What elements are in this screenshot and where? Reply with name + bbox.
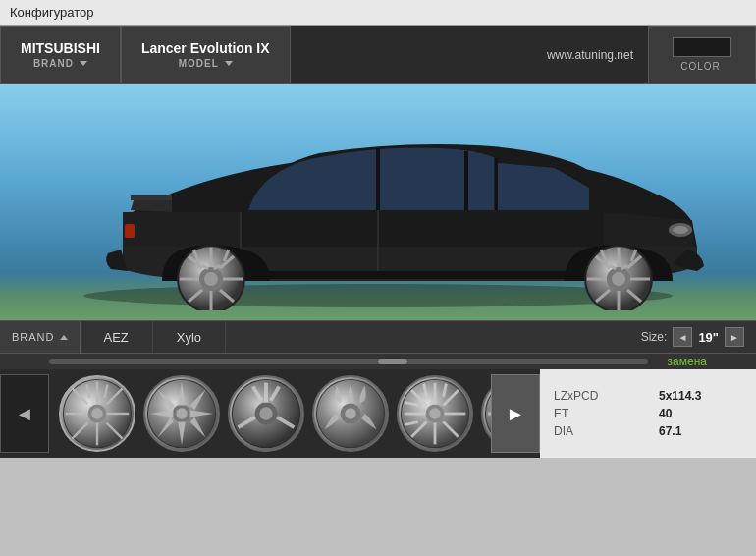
brand-button[interactable]: MITSUBISHI BRAND — [0, 26, 121, 83]
color-sublabel: COLOR — [680, 61, 724, 72]
title-bar: Конфигуратор — [0, 0, 756, 26]
top-bar: MITSUBISHI BRAND Lancer Evolution IX MOD… — [0, 26, 756, 84]
specs-panel: LZxPCD 5x114.3 ET 40 DIA 67.1 — [540, 369, 756, 458]
model-arrow-icon — [225, 61, 233, 66]
wheel-item[interactable] — [143, 375, 220, 452]
wheel-item[interactable] — [481, 375, 491, 452]
url-display: www.atuning.net — [291, 26, 648, 83]
scrollbar-track[interactable] — [49, 359, 648, 364]
brand-bar: BRAND AEZ Xylo Size: ◄ 19" ► — [0, 320, 756, 354]
title-text: Конфигуратор — [10, 5, 93, 20]
wheel-brands-row: AEZ Xylo — [81, 321, 629, 353]
brand-sublabel: BRAND — [33, 58, 87, 69]
model-button[interactable]: Lancer Evolution IX MODEL — [121, 26, 291, 83]
car-display — [0, 84, 756, 320]
wheel-item[interactable] — [312, 375, 389, 452]
svg-rect-10 — [231, 271, 594, 279]
wheels-list — [49, 375, 491, 452]
svg-point-8 — [673, 226, 688, 234]
svg-point-73 — [345, 408, 355, 418]
wheel-item[interactable] — [228, 375, 304, 452]
size-control: Size: ◄ 19" ► — [629, 327, 756, 347]
svg-point-69 — [259, 407, 272, 419]
lzxpcd-label: LZxPCD — [554, 389, 639, 403]
size-decrease-button[interactable]: ◄ — [673, 327, 692, 347]
next-wheel-button[interactable]: ► — [491, 374, 540, 453]
model-label: Lancer Evolution IX — [141, 40, 270, 56]
svg-point-26 — [612, 272, 625, 286]
svg-rect-9 — [125, 224, 135, 238]
svg-point-89 — [429, 408, 440, 418]
website-url: www.atuning.net — [547, 48, 633, 62]
model-sublabel: MODEL — [179, 58, 233, 69]
brand-label: MITSUBISHI — [21, 40, 100, 56]
brand-bar-button[interactable]: BRAND — [0, 321, 81, 353]
wheel-brand-xylo[interactable]: Xylo — [153, 321, 226, 353]
color-button[interactable]: COLOR — [648, 26, 756, 83]
wheels-section: BRAND AEZ Xylo Size: ◄ 19" ► — [0, 320, 756, 458]
wheels-row: ◄ — [0, 369, 756, 458]
scrollbar-row: замена — [0, 354, 756, 369]
color-swatch — [673, 37, 731, 57]
brand-up-arrow-icon — [60, 335, 68, 340]
size-value: 19" — [698, 330, 719, 345]
size-label: Size: — [641, 330, 668, 344]
svg-point-60 — [176, 408, 187, 418]
lzxpcd-value: 5x114.3 — [659, 389, 742, 403]
app-container: MITSUBISHI BRAND Lancer Evolution IX MOD… — [0, 26, 756, 458]
svg-rect-1 — [131, 195, 172, 200]
et-value: 40 — [659, 407, 742, 420]
brand-bar-text: BRAND — [12, 331, 55, 343]
wheel-item[interactable] — [59, 375, 135, 452]
zamena-label[interactable]: замена — [668, 355, 707, 368]
prev-wheel-button[interactable]: ◄ — [0, 374, 49, 453]
scrollbar-thumb[interactable] — [378, 359, 407, 364]
et-label: ET — [554, 407, 639, 420]
size-increase-button[interactable]: ► — [725, 327, 744, 347]
wheel-brand-aez[interactable]: AEZ — [81, 321, 153, 353]
dia-value: 67.1 — [659, 424, 742, 438]
car-image — [44, 94, 712, 310]
svg-point-42 — [204, 272, 218, 286]
dia-label: DIA — [554, 424, 639, 438]
svg-point-0 — [83, 284, 673, 307]
wheel-item[interactable] — [397, 375, 473, 452]
svg-point-56 — [91, 408, 102, 418]
brand-arrow-icon — [80, 61, 87, 66]
